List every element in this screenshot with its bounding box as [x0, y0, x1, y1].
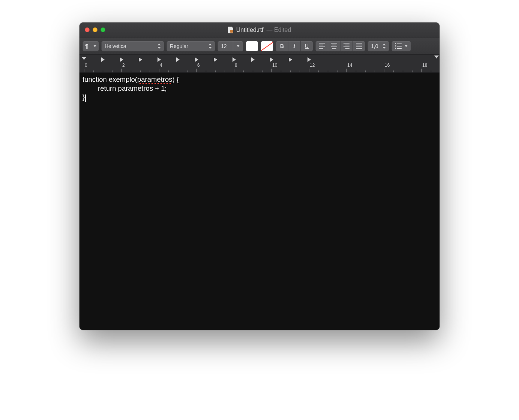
align-right-icon [344, 43, 350, 49]
pilcrow-icon: ¶ [85, 43, 88, 49]
text-cursor [85, 94, 86, 102]
font-size-control: 12 [218, 41, 243, 51]
alignment-group [315, 41, 365, 51]
code-line-2: return parametros + 1; [82, 84, 167, 92]
tab-stop-marker[interactable] [139, 57, 142, 62]
ruler-label: 8 [235, 63, 237, 68]
line-spacing-select[interactable]: 1,0 [368, 41, 389, 51]
tab-stop-marker[interactable] [251, 57, 255, 62]
bold-button[interactable]: B [276, 41, 288, 51]
font-family-value: Helvetica [105, 43, 126, 49]
ruler-label: 10 [272, 63, 277, 68]
paragraph-style-menu[interactable]: ¶ [82, 41, 99, 51]
chevron-down-icon [405, 45, 408, 47]
align-justify-button[interactable] [352, 41, 365, 51]
fullscreen-window-button[interactable] [100, 27, 105, 32]
font-size-stepper[interactable] [233, 41, 243, 51]
window-controls [85, 27, 105, 32]
ruler-label: 2 [122, 63, 125, 68]
text-color-swatch[interactable] [246, 41, 258, 51]
svg-marker-7 [382, 47, 386, 49]
chevron-down-icon [93, 45, 96, 47]
close-window-button[interactable] [85, 27, 90, 32]
tab-stop-marker[interactable] [289, 57, 292, 62]
underline-button[interactable]: U [300, 41, 313, 51]
svg-marker-4 [208, 47, 212, 49]
tab-stop-marker[interactable] [158, 57, 161, 62]
list-style-select[interactable] [392, 41, 411, 51]
code-line-3: } [82, 93, 85, 101]
tab-stop-marker[interactable] [120, 57, 123, 62]
updown-icon [382, 44, 386, 49]
tab-stop-marker[interactable] [308, 57, 311, 62]
text-style-group: B I U [276, 41, 313, 51]
spellcheck-word: parametros [137, 75, 172, 83]
svg-marker-1 [158, 44, 161, 45]
svg-marker-3 [208, 44, 212, 45]
italic-button[interactable]: I [288, 41, 301, 51]
ruler-label: 12 [310, 63, 315, 68]
ruler-label: 16 [385, 63, 390, 68]
tab-stop-marker[interactable] [232, 57, 236, 62]
ruler-label: 18 [422, 63, 427, 68]
ruler-label: 0 [85, 63, 87, 68]
formatting-toolbar: ¶ Helvetica Regular 12 B I U [80, 38, 440, 55]
ruler-label: 6 [197, 63, 200, 68]
document-icon [228, 27, 233, 33]
tab-stop-marker[interactable] [270, 57, 273, 62]
font-family-select[interactable]: Helvetica [101, 41, 164, 51]
ruler-tab-row [80, 56, 440, 62]
app-window: Untitled.rtf — Edited ¶ Helvetica Regula… [80, 22, 440, 330]
tab-stop-marker[interactable] [214, 57, 217, 62]
svg-marker-6 [382, 44, 386, 45]
highlight-color-swatch[interactable] [261, 41, 273, 51]
updown-icon [208, 44, 212, 49]
list-icon [395, 43, 402, 49]
document-filename: Untitled.rtf [236, 27, 264, 33]
tab-stop-marker[interactable] [176, 57, 180, 62]
font-style-select[interactable]: Regular [166, 41, 215, 51]
font-style-value: Regular [170, 43, 188, 49]
titlebar[interactable]: Untitled.rtf — Edited [80, 22, 440, 38]
align-right-button[interactable] [340, 41, 353, 51]
first-line-indent-marker[interactable] [82, 57, 86, 60]
code-line-1a: function exemplo( [82, 75, 137, 83]
font-size-value: 12 [221, 43, 227, 49]
align-center-icon [331, 43, 337, 49]
align-left-button[interactable] [315, 41, 328, 51]
font-size-input[interactable]: 12 [218, 41, 233, 51]
svg-marker-5 [237, 45, 240, 47]
ruler[interactable]: 024681012141618 [80, 55, 440, 73]
align-center-button[interactable] [328, 41, 340, 51]
text-editor[interactable]: function exemplo(parametros) { return pa… [80, 73, 440, 330]
right-margin-marker[interactable] [434, 56, 439, 58]
svg-marker-2 [158, 47, 161, 49]
tab-stop-marker[interactable] [101, 57, 105, 62]
ruler-label: 14 [347, 63, 352, 68]
align-justify-icon [356, 43, 362, 49]
tab-stop-marker[interactable] [195, 57, 198, 62]
code-line-1b: ) { [172, 75, 179, 83]
line-spacing-value: 1,0 [371, 43, 378, 49]
ruler-label: 4 [160, 63, 162, 68]
updown-icon [158, 44, 161, 49]
chevron-down-icon [237, 45, 240, 47]
svg-marker-8 [405, 45, 408, 47]
svg-marker-0 [93, 45, 96, 47]
align-left-icon [319, 43, 325, 49]
minimize-window-button[interactable] [93, 27, 98, 32]
ruler-ticks: 024681012141618 [80, 62, 440, 72]
document-edited-status: — Edited [267, 27, 291, 33]
title-area: Untitled.rtf — Edited [80, 27, 440, 33]
